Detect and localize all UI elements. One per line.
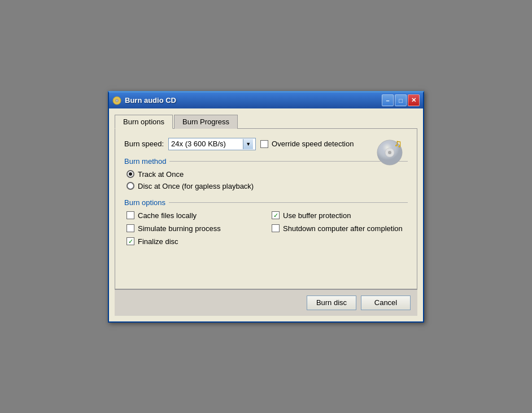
radio-track-at-once-label: Track at Once	[138, 170, 184, 179]
simulate-burning-label: Simulate burning process	[138, 224, 221, 233]
empty-cell	[272, 237, 408, 246]
simulate-burning-checkbox[interactable]	[127, 224, 134, 232]
use-buffer-row: ✓ Use buffer protection	[272, 211, 408, 220]
bottom-bar: Burn disc Cancel	[115, 289, 417, 316]
finalize-disc-checkbox[interactable]: ✓	[127, 237, 134, 245]
cache-files-label: Cache files locally	[138, 211, 197, 220]
burn-speed-select[interactable]: 24x (3 600 KB/s) ▼	[168, 138, 256, 150]
cache-files-row: Cache files locally	[127, 211, 263, 220]
window-title: Burn audio CD	[125, 96, 378, 105]
burn-method-header: Burn method	[124, 157, 408, 166]
title-bar-buttons: – □ ✕	[382, 94, 420, 106]
override-speed-label: Override speed detection	[272, 140, 354, 148]
override-speed-checkbox[interactable]	[260, 140, 268, 148]
radio-disc-at-once-input[interactable]	[127, 182, 134, 190]
maximize-button[interactable]: □	[395, 94, 407, 106]
window-body: Burn options Burn Progress	[109, 108, 423, 321]
finalize-disc-row: ✓ Finalize disc	[127, 237, 263, 246]
svg-text:♫: ♫	[394, 138, 402, 149]
tab-burn-progress[interactable]: Burn Progress	[174, 115, 238, 129]
spacer	[124, 246, 408, 280]
simulate-burning-row: Simulate burning process	[127, 224, 263, 233]
burn-speed-label: Burn speed:	[124, 140, 164, 148]
shutdown-computer-row: Shutdown computer after completion	[272, 224, 408, 233]
override-speed-row: Override speed detection	[260, 140, 354, 148]
shutdown-computer-checkbox[interactable]	[272, 224, 280, 232]
tab-bar: Burn options Burn Progress	[115, 114, 417, 129]
burn-speed-value: 24x (3 600 KB/s)	[171, 140, 243, 148]
use-buffer-label: Use buffer protection	[283, 211, 351, 220]
radio-disc-at-once-label: Disc at Once (for gapless playback)	[138, 182, 254, 190]
burn-options-grid: Cache files locally ✓ Use buffer protect…	[124, 211, 408, 246]
svg-point-2	[116, 100, 117, 101]
burn-disc-button[interactable]: Burn disc	[307, 295, 356, 310]
disc-music-icon: ♫	[375, 136, 408, 167]
svg-point-6	[388, 151, 391, 154]
disc-icon-wrapper: ♫	[375, 136, 408, 168]
title-bar: Burn audio CD – □ ✕	[109, 93, 423, 108]
window-icon	[112, 96, 121, 105]
burn-speed-row: Burn speed: 24x (3 600 KB/s) ▼ Override …	[124, 138, 408, 150]
panel-content: ♫ Burn speed: 24x (3 600 KB/s) ▼ Overrid…	[115, 129, 417, 289]
tab-burn-options[interactable]: Burn options	[115, 115, 173, 129]
shutdown-computer-label: Shutdown computer after completion	[283, 224, 403, 233]
minimize-button[interactable]: –	[382, 94, 394, 106]
burn-speed-dropdown-arrow[interactable]: ▼	[243, 139, 253, 149]
finalize-disc-label: Finalize disc	[138, 237, 178, 246]
radio-track-at-once[interactable]: Track at Once	[124, 170, 408, 179]
close-button[interactable]: ✕	[408, 94, 420, 106]
burn-options-header: Burn options	[124, 198, 408, 207]
radio-disc-at-once[interactable]: Disc at Once (for gapless playback)	[124, 182, 408, 190]
use-buffer-checkbox[interactable]: ✓	[272, 211, 280, 219]
cancel-button[interactable]: Cancel	[361, 295, 411, 310]
radio-track-at-once-input[interactable]	[127, 170, 134, 178]
cache-files-checkbox[interactable]	[127, 211, 134, 219]
main-window: Burn audio CD – □ ✕ Burn options Burn Pr…	[108, 91, 424, 323]
